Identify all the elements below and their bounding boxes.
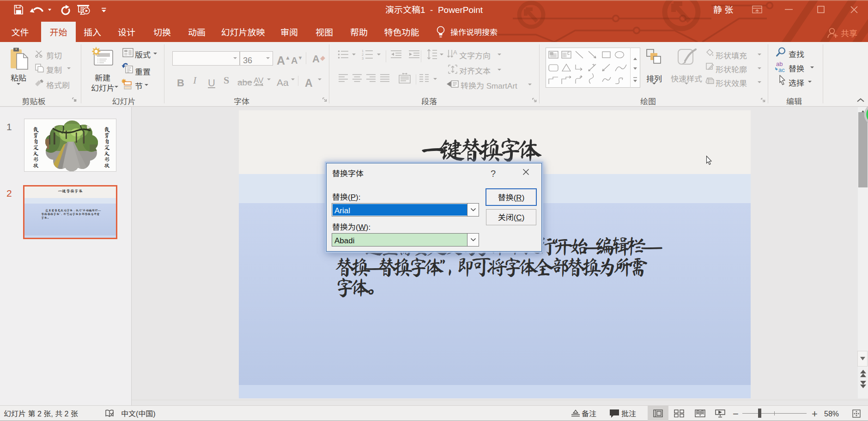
svg-text:ac: ac [778, 66, 785, 73]
svg-text:A: A [453, 49, 457, 56]
svg-text:3: 3 [362, 56, 364, 60]
